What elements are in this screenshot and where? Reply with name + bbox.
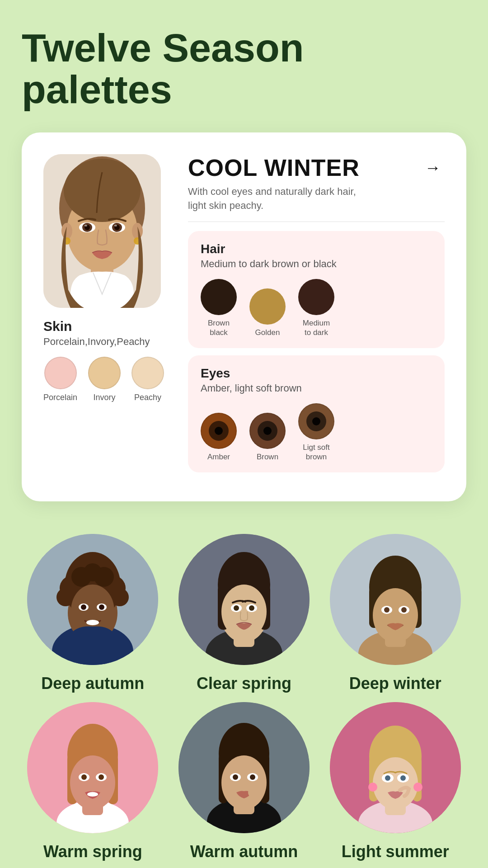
eye-name-brown: Brown (257, 453, 278, 462)
svg-point-59 (401, 607, 407, 613)
portrait-light-summer[interactable]: Light summer (324, 702, 466, 861)
person-portrait (43, 154, 161, 308)
eyes-trait-box: Eyes Amber, light soft brown Amber Brown… (188, 355, 445, 472)
svg-point-33 (99, 604, 104, 610)
hair-swatch-mediumdark: Medium to dark (298, 279, 334, 337)
eye-circle-lightsoftbrown (298, 403, 334, 439)
season-arrow-button[interactable]: → (421, 156, 445, 179)
portraits-row-1: Deep autumn (22, 534, 466, 693)
skin-swatches: Porcelain Invory Peachy (43, 357, 164, 402)
portrait-name-warm-spring: Warm spring (43, 842, 142, 861)
svg-point-67 (70, 755, 115, 810)
svg-point-98 (368, 783, 377, 792)
hair-circle-brownblack (201, 279, 237, 315)
portrait-warm-spring[interactable]: Warm spring (22, 702, 164, 861)
portrait-name-deep-winter: Deep winter (349, 674, 441, 693)
portrait-clear-spring[interactable]: Clear spring (173, 534, 315, 693)
svg-point-4 (64, 159, 141, 222)
season-card: Skin Porcelain,Invory,Peachy Porcelain I… (22, 132, 466, 501)
card-divider (188, 222, 445, 222)
swatch-porcelain: Porcelain (43, 357, 77, 402)
portrait-bg-warm-autumn (178, 702, 310, 833)
swatch-invory: Invory (88, 357, 121, 402)
svg-point-93 (373, 757, 418, 810)
portraits-row-2: Warm spring (22, 702, 466, 861)
svg-point-99 (413, 783, 422, 792)
eye-swatch-lightsoftbrown: Ligt soft brown (298, 403, 334, 462)
svg-point-14 (114, 225, 117, 226)
eye-name-lightsoftbrown: Ligt soft brown (303, 443, 330, 462)
svg-point-69 (81, 774, 87, 780)
svg-point-47 (249, 605, 254, 611)
eye-circle-brown (249, 413, 286, 449)
portrait-bg-warm-spring (27, 702, 158, 833)
portrait-name-clear-spring: Clear spring (197, 674, 291, 693)
eye-swatch-amber: Amber (201, 413, 237, 462)
swatch-name-invory: Invory (94, 393, 116, 402)
card-left: Skin Porcelain,Invory,Peachy Porcelain I… (43, 154, 170, 480)
svg-point-6 (132, 223, 143, 239)
skin-label: Skin (43, 319, 72, 334)
skin-sub: Porcelain,Invory,Peachy (43, 336, 150, 348)
hair-name-mediumdark: Medium to dark (303, 319, 330, 337)
hair-circle-mediumdark (298, 279, 334, 315)
svg-point-82 (233, 774, 238, 780)
hair-name-golden: Golden (255, 328, 280, 337)
eye-swatch-brown: Brown (249, 413, 286, 462)
season-description: With cool eyes and naturally dark hair, … (188, 185, 445, 213)
portrait-warm-autumn[interactable]: Warm autumn (173, 702, 315, 861)
eyes-sub: Amber, light soft brown (201, 382, 432, 394)
page-wrapper: Twelve Season palettes (0, 0, 488, 868)
portrait-bg-deep-winter (330, 534, 461, 665)
eyes-swatches: Amber Brown Ligt soft brown (201, 403, 432, 462)
svg-point-84 (250, 774, 255, 780)
portrait-circle-warm-autumn (178, 702, 310, 833)
hair-swatch-brownblack: Brown black (201, 279, 237, 337)
svg-point-5 (61, 223, 72, 239)
page-title: Twelve Season palettes (22, 27, 466, 111)
svg-point-45 (234, 605, 239, 611)
hair-swatch-golden: Golden (249, 288, 286, 337)
portrait-circle-warm-spring (27, 702, 158, 833)
swatch-peachy: Peachy (131, 357, 164, 402)
portrait-circle-light-summer (330, 702, 461, 833)
svg-point-71 (99, 774, 104, 780)
svg-point-57 (384, 607, 389, 613)
swatch-name-peachy: Peachy (134, 393, 161, 402)
portrait-name-deep-autumn: Deep autumn (41, 674, 144, 693)
svg-point-26 (84, 563, 102, 581)
portrait-deep-winter[interactable]: Deep winter (324, 534, 466, 693)
hair-circle-golden (249, 288, 286, 325)
eyes-label: Eyes (201, 366, 432, 381)
svg-point-31 (81, 604, 86, 610)
portrait-bg-deep-autumn (27, 534, 158, 665)
svg-point-34 (86, 620, 99, 625)
portrait-name-light-summer: Light summer (342, 842, 449, 861)
svg-point-55 (373, 588, 418, 642)
svg-point-95 (385, 775, 390, 781)
portrait-deep-autumn[interactable]: Deep autumn (22, 534, 164, 693)
svg-point-85 (248, 786, 264, 799)
hair-sub: Medium to dark brown or black (201, 258, 432, 270)
portrait-bg-light-summer (330, 702, 461, 833)
portrait-circle-deep-winter (330, 534, 461, 665)
portrait-circle-clear-spring (178, 534, 310, 665)
hair-trait-box: Hair Medium to dark brown or black Brown… (188, 231, 445, 348)
hair-swatches: Brown black Golden Medium to dark (201, 279, 432, 337)
season-title: COOL WINTER (188, 154, 360, 181)
svg-point-43 (221, 585, 267, 639)
svg-point-10 (84, 225, 87, 226)
portrait-name-warm-autumn: Warm autumn (190, 842, 298, 861)
svg-point-97 (400, 775, 406, 781)
swatch-name-porcelain: Porcelain (43, 393, 77, 402)
eye-name-amber: Amber (207, 453, 230, 462)
swatch-circle-porcelain (44, 357, 77, 389)
eye-circle-amber (201, 413, 237, 449)
portrait-bg-clear-spring (178, 534, 310, 665)
hair-name-brownblack: Brown black (201, 319, 237, 337)
card-right: COOL WINTER → With cool eyes and natural… (188, 154, 445, 480)
portrait-circle-deep-autumn (27, 534, 158, 665)
season-header: COOL WINTER → (188, 154, 445, 181)
swatch-circle-peachy (131, 357, 164, 389)
svg-point-72 (87, 792, 98, 797)
